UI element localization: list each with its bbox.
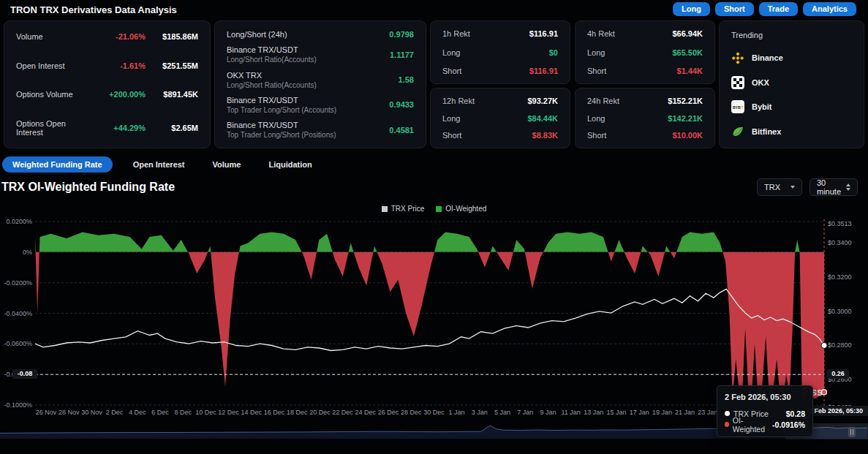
- x-axis-tick: 12 Dec: [214, 409, 244, 416]
- stat-change: +200.00%: [88, 90, 146, 99]
- ratio-value: 0.9798: [370, 30, 414, 39]
- left-axis-tick: 0.0200%: [0, 218, 32, 225]
- tooltip-value: $0.28: [786, 409, 805, 418]
- x-axis-tick: 2 Dec: [100, 409, 129, 416]
- left-axis-tick: -0.0200%: [0, 279, 32, 287]
- x-axis-tick: 10 Dec: [191, 409, 220, 416]
- interval-select-value: 30 minute: [817, 178, 846, 196]
- legend-swatch: [382, 206, 388, 212]
- ratio-title: Binance TRX/USDT: [227, 96, 370, 105]
- rekt-total: $152.21K: [668, 97, 703, 105]
- section-title: TRX OI-Weighted Funding Rate: [1, 181, 175, 194]
- legend-trx-price[interactable]: TRX Price: [382, 205, 425, 213]
- x-axis-tick: 14 Dec: [237, 409, 266, 416]
- right-axis-tick: $0.3513: [828, 220, 866, 227]
- ratio-row: Long/Short (24h) 0.9798: [227, 30, 414, 39]
- x-axis-tick: 30 Nov: [77, 409, 106, 416]
- rekt-card-1h: 1h Rekt$116.91 Long$0 Short$116.91: [430, 20, 570, 84]
- x-axis-tick: 21 Jan: [671, 409, 700, 416]
- stat-row-open-interest: Open Interest -1.61% $251.55M: [16, 61, 198, 70]
- funding-area-negative: [35, 232, 824, 402]
- chevron-down-icon: [790, 186, 795, 189]
- stat-row-options-volume: Options Volume +200.00% $891.45K: [16, 90, 198, 99]
- ratio-title: Long/Short (24h): [227, 30, 370, 39]
- rekt-short-value: $10.00K: [672, 131, 703, 140]
- ratio-title: Binance TRX/USDT: [227, 45, 370, 54]
- stat-label: Options Volume: [16, 90, 88, 99]
- rekt-long-label: Long: [442, 114, 527, 123]
- trending-item-label: Bybit: [752, 102, 772, 111]
- trending-panel: Trending Binance OKX BYB: [719, 20, 864, 148]
- tab-open-interest[interactable]: Open Interest: [126, 156, 192, 173]
- funding-area-positive: [35, 232, 824, 402]
- trending-item-bitfinex[interactable]: Bitfinex: [731, 125, 852, 138]
- right-axis-tick: $0.3000: [828, 308, 866, 315]
- ratio-subtitle: Long/Short Ratio(Accounts): [227, 56, 370, 64]
- stat-value: $251.55M: [146, 61, 198, 70]
- right-axis-flag: 0.26: [827, 369, 849, 379]
- tab-volume[interactable]: Volume: [205, 156, 249, 173]
- navigator-handle[interactable]: [848, 427, 856, 437]
- rekt-card-4h: 4h Rekt$66.94K Long$65.50K Short$1.44K: [575, 20, 715, 84]
- left-axis-tick: -0.0400%: [0, 310, 32, 317]
- x-axis-tick: 6 Dec: [146, 409, 175, 416]
- ratio-title: Binance TRX/USDT: [227, 121, 370, 129]
- analytics-button[interactable]: Analytics: [803, 2, 856, 16]
- rekt-long-value: $84.44K: [527, 114, 558, 123]
- x-axis-tick: 24 Dec: [351, 409, 380, 416]
- ratio-title: OKX TRX: [227, 71, 370, 80]
- trending-title: Trending: [731, 31, 852, 39]
- chart-controls: TRX 30 minute: [757, 178, 858, 196]
- long-button[interactable]: Long: [673, 2, 710, 16]
- header-buttons: Long Short Trade Analytics: [673, 2, 856, 16]
- x-axis-tick: 17 Jan: [624, 409, 654, 416]
- trending-item-label: OKX: [752, 78, 769, 87]
- x-axis-tick: 26 Nov: [31, 409, 61, 416]
- stat-change: +44.29%: [88, 124, 146, 132]
- rekt-long-label: Long: [587, 48, 672, 57]
- long-short-ratio-panel: Long/Short (24h) 0.9798 Binance TRX/USDT…: [214, 20, 426, 148]
- stat-row-volume: Volume -21.06% $185.86M: [16, 32, 198, 41]
- rekt-long-label: Long: [442, 48, 549, 57]
- short-button[interactable]: Short: [715, 2, 754, 16]
- interval-select[interactable]: 30 minute: [809, 178, 858, 196]
- stat-change: -21.06%: [88, 32, 146, 41]
- rekt-short-value: $116.91: [529, 67, 558, 75]
- ratio-row: Binance TRX/USDT Long/Short Ratio(Accoun…: [227, 45, 414, 64]
- rekt-short-label: Short: [587, 67, 677, 75]
- trending-item-bybit[interactable]: BYB IT Bybit: [731, 100, 852, 113]
- rekt-title: 12h Rekt: [442, 97, 527, 105]
- rekt-short-label: Short: [587, 131, 672, 140]
- symbol-select-value: TRX: [764, 183, 780, 192]
- rekt-short-label: Short: [442, 67, 529, 75]
- rekt-card-12h: 12h Rekt$93.27K Long$84.44K Short$8.83K: [430, 88, 570, 148]
- trending-item-binance[interactable]: Binance: [731, 51, 852, 64]
- trade-button[interactable]: Trade: [759, 2, 798, 16]
- app-root: TRON TRX Derivatives Data Analysis Long …: [0, 0, 868, 454]
- tab-liquidation[interactable]: Liquidation: [261, 156, 319, 173]
- chart-tooltip: 2 Feb 2026, 05:30 TRX Price $0.28 OI-Wei…: [717, 385, 813, 437]
- tooltip-label: OI-Weighted: [733, 416, 769, 434]
- stat-value: $185.86M: [146, 32, 198, 41]
- bybit-icon: BYB IT: [731, 100, 744, 113]
- stat-label: Options Open Interest: [16, 119, 88, 137]
- right-axis-tick: $0.3400: [828, 239, 866, 246]
- legend-oi-weighted[interactable]: OI-Weighted: [436, 205, 486, 213]
- trending-item-okx[interactable]: OKX: [731, 76, 852, 89]
- symbol-select[interactable]: TRX: [757, 178, 802, 196]
- x-axis-tick: 28 Nov: [54, 409, 83, 416]
- tooltip-value: -0.0916%: [772, 420, 805, 429]
- x-axis-tick: 11 Jan: [556, 409, 586, 416]
- stat-value: $2.65M: [146, 124, 198, 132]
- x-axis-tick: 15 Jan: [602, 409, 631, 416]
- rekt-title: 4h Rekt: [587, 29, 672, 38]
- page-title: TRON TRX Derivatives Data Analysis: [10, 4, 177, 15]
- rekt-short-value: $8.83K: [532, 131, 558, 140]
- white-dot-icon: [725, 411, 730, 416]
- ratio-subtitle: Long/Short Ratio(Accounts): [227, 81, 370, 89]
- tab-weighted-funding-rate[interactable]: Weighted Funding Rate: [2, 156, 113, 173]
- rekt-total: $116.91: [529, 29, 558, 38]
- rekt-long-value: $65.50K: [672, 48, 703, 57]
- rekt-short-value: $1.44K: [677, 67, 703, 75]
- stat-row-options-open-interest: Options Open Interest +44.29% $2.65M: [16, 119, 198, 137]
